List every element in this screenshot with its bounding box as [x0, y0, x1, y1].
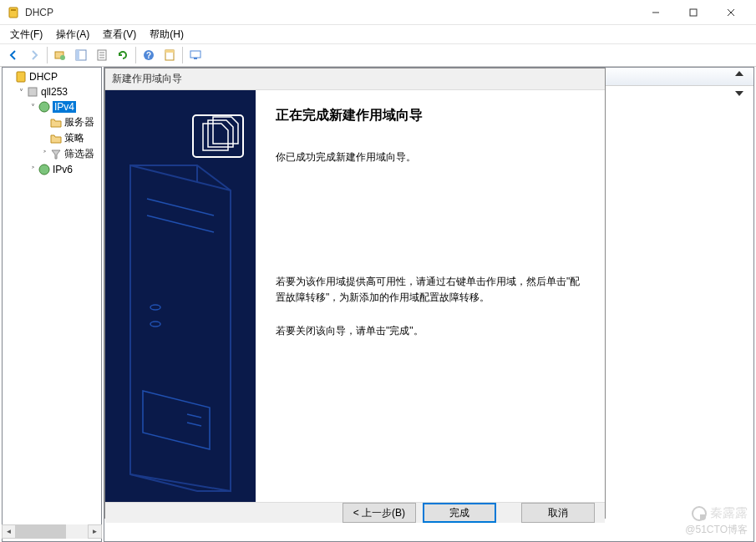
refresh-button[interactable] — [113, 45, 133, 65]
svg-point-7 — [60, 55, 65, 60]
back-button[interactable] — [3, 45, 23, 65]
svg-rect-21 — [105, 90, 256, 499]
tree-panel: DHCP ˅ qll253 ˅ IPv4 服务器 策略 ˃ 筛选器 ˃ — [2, 67, 102, 542]
expander-icon[interactable]: ˃ — [28, 165, 38, 175]
forward-button[interactable] — [24, 45, 44, 65]
watermark: 秦露露 @51CTO博客 — [685, 505, 748, 537]
folder-icon — [49, 132, 63, 145]
toolbar-separator — [135, 47, 136, 63]
window-controls — [637, 0, 749, 25]
wizard-title: 新建作用域向导 — [105, 68, 605, 89]
scroll-thumb[interactable] — [16, 524, 66, 539]
folder-icon — [49, 116, 63, 129]
scroll-right-button[interactable]: ► — [88, 524, 102, 539]
cancel-button[interactable]: 取消 — [521, 503, 595, 523]
sort-down-icon[interactable] — [735, 91, 743, 96]
app-icon — [7, 6, 20, 19]
watermark-name-line: 秦露露 — [685, 505, 748, 521]
toolbar: ? — [0, 43, 756, 67]
watermark-name: 秦露露 — [710, 505, 748, 521]
tree-filters[interactable]: ˃ 筛选器 — [4, 146, 99, 162]
svg-rect-3 — [690, 9, 697, 16]
tree-root-dhcp[interactable]: DHCP — [4, 69, 99, 84]
tree-ipv6[interactable]: ˃ IPv6 — [4, 162, 99, 177]
menu-file[interactable]: 文件(F) — [3, 26, 49, 43]
tree-server[interactable]: ˅ qll253 — [4, 84, 99, 99]
svg-rect-17 — [17, 72, 25, 82]
svg-rect-9 — [76, 50, 79, 60]
wizard-ha-text: 若要为该作用域提供高可用性，请通过右键单击作用域，然后单击"配置故障转移"，为新… — [276, 274, 585, 306]
svg-rect-14 — [165, 50, 174, 53]
content-panel: 新建作用域向导 — [104, 67, 754, 542]
tree-label: 服务器 — [64, 115, 94, 129]
tree-label: DHCP — [29, 71, 58, 83]
tree-label: 筛选器 — [64, 147, 94, 161]
server-icon — [26, 85, 39, 99]
wizard-body: 正在完成新建作用域向导 你已成功完成新建作用域向导。 若要为该作用域提供高可用性… — [105, 89, 605, 503]
sort-up-icon[interactable] — [735, 71, 743, 76]
svg-rect-1 — [11, 9, 16, 11]
menu-action[interactable]: 操作(A) — [49, 26, 96, 43]
properties-button[interactable] — [160, 45, 180, 65]
svg-rect-16 — [194, 58, 197, 59]
svg-rect-0 — [9, 8, 18, 18]
tree-label: qll253 — [41, 86, 68, 98]
maximize-button[interactable] — [674, 0, 712, 25]
new-scope-wizard: 新建作用域向导 — [104, 68, 606, 519]
spacer — [276, 182, 585, 274]
expander-icon[interactable]: ˅ — [28, 103, 38, 112]
tree-label: IPv4 — [53, 101, 76, 113]
window-title: DHCP — [25, 7, 637, 18]
help-button[interactable]: ? — [139, 45, 159, 65]
svg-rect-15 — [190, 51, 200, 58]
main-area: DHCP ˅ qll253 ˅ IPv4 服务器 策略 ˃ 筛选器 ˃ — [0, 67, 756, 542]
ipv4-icon — [38, 100, 51, 114]
wizard-sidebar — [105, 90, 256, 502]
minimize-button[interactable] — [637, 0, 674, 25]
tree-label: 策略 — [64, 131, 84, 145]
scroll-track[interactable] — [16, 524, 88, 539]
tree-label: IPv6 — [53, 164, 73, 175]
add-button[interactable] — [50, 45, 70, 65]
dhcp-icon — [14, 70, 28, 84]
wizard-heading: 正在完成新建作用域向导 — [276, 107, 585, 124]
toolbar-separator — [182, 47, 183, 63]
watermark-site: @51CTO博客 — [685, 523, 748, 537]
tree-ipv4[interactable]: ˅ IPv4 — [4, 99, 99, 114]
export-button[interactable] — [92, 45, 112, 65]
title-bar: DHCP — [0, 0, 756, 25]
close-button[interactable] — [712, 0, 749, 25]
menu-view[interactable]: 查看(V) — [96, 26, 143, 43]
toolbar-separator — [47, 47, 48, 63]
finish-button[interactable]: 完成 — [423, 503, 496, 523]
svg-rect-18 — [28, 88, 37, 96]
tree-server-options[interactable]: 服务器 — [4, 114, 99, 130]
scroll-left-button[interactable]: ◄ — [2, 524, 16, 539]
menu-help[interactable]: 帮助(H) — [143, 26, 190, 43]
wizard-content: 正在完成新建作用域向导 你已成功完成新建作用域向导。 若要为该作用域提供高可用性… — [256, 90, 605, 502]
wechat-icon — [692, 506, 707, 521]
svg-point-20 — [39, 165, 49, 175]
expander-icon[interactable]: ˅ — [16, 88, 26, 97]
svg-point-19 — [39, 102, 49, 112]
back-button[interactable]: < 上一步(B) — [342, 503, 416, 523]
expander-icon[interactable]: ˃ — [39, 149, 49, 159]
monitor-button[interactable] — [185, 45, 205, 65]
show-hide-button[interactable] — [71, 45, 91, 65]
ipv6-icon — [38, 163, 51, 176]
tree-h-scrollbar[interactable]: ◄ ► — [2, 524, 102, 539]
wizard-success-text: 你已成功完成新建作用域向导。 — [276, 149, 585, 165]
svg-text:?: ? — [146, 51, 151, 60]
filter-icon — [49, 148, 63, 161]
wizard-close-text: 若要关闭该向导，请单击"完成"。 — [276, 323, 585, 339]
wizard-footer: < 上一步(B) 完成 取消 — [105, 503, 605, 523]
tree-policies[interactable]: 策略 — [4, 130, 99, 146]
menu-bar: 文件(F) 操作(A) 查看(V) 帮助(H) — [0, 25, 756, 43]
